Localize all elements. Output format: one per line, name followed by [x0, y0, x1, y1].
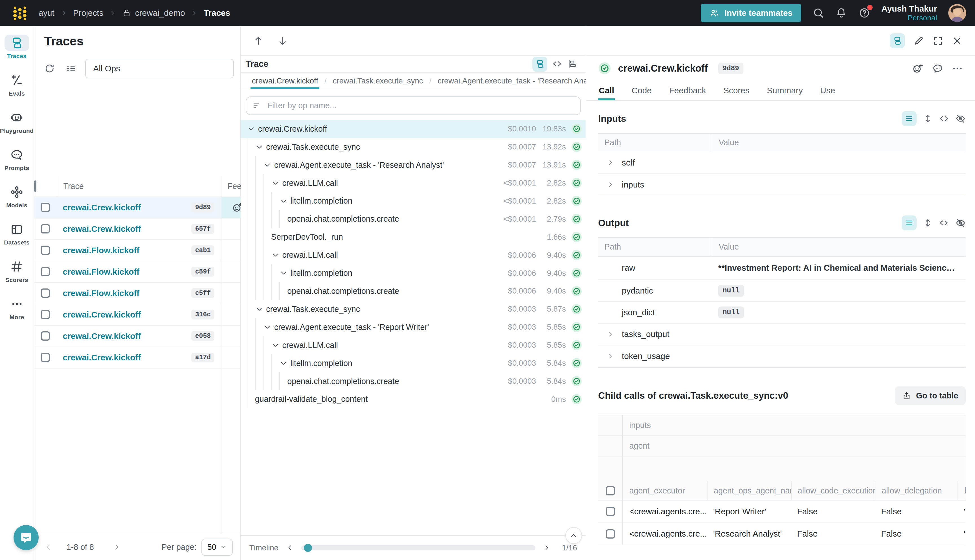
- table-row[interactable]: <crewai.agents.cre... 'Report Writer' Fa…: [598, 500, 966, 523]
- more-menu-icon[interactable]: [952, 63, 963, 74]
- close-icon[interactable]: [952, 35, 962, 46]
- row-checkbox[interactable]: [41, 288, 50, 298]
- next-page-button[interactable]: [110, 540, 124, 554]
- breadcrumb-projects[interactable]: Projects: [73, 8, 103, 18]
- column-header[interactable]: allow_delegation: [875, 481, 958, 500]
- chevron-down-icon[interactable]: [279, 269, 288, 277]
- chevron-down-icon[interactable]: [271, 179, 280, 188]
- row-checkbox[interactable]: [41, 224, 50, 233]
- code-view-icon[interactable]: [939, 218, 949, 228]
- chevron-right-icon[interactable]: [607, 159, 614, 167]
- expand-rows-icon[interactable]: [923, 113, 933, 123]
- wandb-logo-icon[interactable]: [12, 5, 27, 21]
- breadcrumb-project[interactable]: crewai_demo: [122, 8, 185, 18]
- table-row[interactable]: <crewai.agents.cre... 'Research Analyst'…: [598, 523, 966, 545]
- select-all-checkbox[interactable]: [34, 180, 37, 192]
- fullscreen-icon[interactable]: [933, 35, 943, 46]
- row-checkbox[interactable]: [41, 246, 50, 255]
- avatar[interactable]: [948, 4, 966, 22]
- tree-row[interactable]: crewai.LLM.call $0.0006 9.40s: [240, 246, 586, 264]
- code-view-icon[interactable]: [552, 59, 562, 69]
- timeline-slider[interactable]: [301, 545, 536, 550]
- timeline-prev-icon[interactable]: [286, 543, 294, 552]
- tree-view-toggle-icon[interactable]: [890, 33, 905, 48]
- sidebar-item-scorers[interactable]: Scorers: [0, 258, 34, 296]
- column-header[interactable]: agent_ops_agent_nan: [707, 481, 791, 500]
- select-all-checkbox[interactable]: [606, 486, 615, 495]
- chevron-down-icon[interactable]: [271, 251, 280, 259]
- user-info[interactable]: Ayush Thakur Personal: [882, 4, 937, 22]
- path-tab[interactable]: crewai.Agent.execute_task - 'Research An…: [436, 75, 586, 89]
- trace-name-link[interactable]: crewai.Flow.kickoff: [63, 246, 140, 255]
- comment-icon[interactable]: [932, 63, 943, 74]
- tab-code[interactable]: Code: [631, 81, 653, 100]
- table-row[interactable]: crewai.Flow.kickoff c5ff: [34, 283, 240, 304]
- breadcrumb-entity[interactable]: ayut: [38, 8, 55, 18]
- row-checkbox[interactable]: [606, 507, 615, 516]
- tree-row[interactable]: litellm.completion $0.0003 5.84s: [240, 354, 586, 372]
- output-row-json-dict[interactable]: json_dict null: [598, 302, 966, 323]
- op-filter-input[interactable]: [266, 100, 574, 111]
- search-icon[interactable]: [813, 7, 824, 19]
- input-row-inputs[interactable]: inputs: [598, 174, 966, 196]
- row-checkbox[interactable]: [41, 267, 50, 276]
- tree-row[interactable]: litellm.completion <$0.0001 2.82s: [240, 192, 586, 210]
- sidebar-item-models[interactable]: Models: [0, 184, 34, 221]
- input-row-self[interactable]: self: [598, 152, 966, 174]
- chevron-down-icon[interactable]: [279, 197, 288, 205]
- tree-view-icon[interactable]: [533, 57, 547, 72]
- tree-row[interactable]: openai.chat.completions.create <$0.0001 …: [240, 210, 586, 228]
- sidebar-item-evals[interactable]: Evals: [0, 72, 34, 109]
- trace-name-link[interactable]: crewai.Flow.kickoff: [63, 267, 140, 277]
- prev-page-button[interactable]: [42, 540, 55, 554]
- chevron-down-icon[interactable]: [271, 341, 280, 350]
- chevron-down-icon[interactable]: [279, 359, 288, 368]
- table-row[interactable]: crewai.Crew.kickoff 9d89: [34, 197, 240, 218]
- add-emoji-icon[interactable]: [912, 63, 923, 74]
- timeline-slider-handle[interactable]: [304, 544, 312, 552]
- tree-row[interactable]: crewai.LLM.call <$0.0001 2.82s: [240, 174, 586, 192]
- tree-row[interactable]: crewai.Task.execute_sync $0.0007 13.92s: [240, 138, 586, 156]
- chevron-right-icon[interactable]: [607, 330, 614, 338]
- help-icon[interactable]: [858, 7, 870, 19]
- tree-row[interactable]: openai.chat.completions.create $0.0006 9…: [240, 282, 586, 300]
- sidebar-item-playground[interactable]: Playground: [0, 109, 34, 147]
- trace-name-link[interactable]: crewai.Crew.kickoff: [63, 331, 141, 341]
- tab-summary[interactable]: Summary: [766, 81, 803, 100]
- tab-feedback[interactable]: Feedback: [668, 81, 706, 100]
- tree-row[interactable]: litellm.completion $0.0006 9.40s: [240, 264, 586, 282]
- column-header[interactable]: allow_code_execution: [791, 481, 875, 500]
- table-row[interactable]: crewai.Crew.kickoff e058: [34, 326, 240, 347]
- row-checkbox[interactable]: [606, 529, 615, 538]
- next-call-arrow-down-button[interactable]: [276, 34, 289, 47]
- row-checkbox[interactable]: [41, 331, 50, 341]
- column-header[interactable]: b: [958, 481, 966, 500]
- hide-values-eye-off-icon[interactable]: [955, 218, 966, 228]
- tab-call[interactable]: Call: [598, 81, 615, 100]
- sidebar-item-datasets[interactable]: Datasets: [0, 222, 34, 258]
- per-page-select[interactable]: 50: [202, 538, 232, 556]
- path-tab[interactable]: crewai.Crew.kickoff: [250, 75, 319, 89]
- trace-name-link[interactable]: crewai.Flow.kickoff: [63, 288, 140, 298]
- sidebar-item-prompts[interactable]: Prompts: [0, 147, 34, 184]
- output-row-pydantic[interactable]: pydantic null: [598, 280, 966, 302]
- row-checkbox[interactable]: [41, 310, 50, 319]
- code-view-icon[interactable]: [939, 113, 949, 123]
- tab-scores[interactable]: Scores: [723, 81, 750, 100]
- table-row[interactable]: crewai.Flow.kickoff c59f: [34, 262, 240, 283]
- sidebar-item-traces[interactable]: Traces: [0, 35, 34, 72]
- trace-name-link[interactable]: crewai.Crew.kickoff: [63, 353, 141, 362]
- refresh-button[interactable]: [43, 62, 57, 75]
- chevron-down-icon[interactable]: [255, 143, 264, 152]
- tree-row[interactable]: SerperDevTool._run 1.66s: [240, 228, 586, 246]
- trace-name-link[interactable]: crewai.Crew.kickoff: [63, 224, 141, 234]
- ops-filter-dropdown[interactable]: All Ops: [85, 58, 234, 79]
- prev-call-arrow-up-button[interactable]: [252, 34, 265, 47]
- output-row-tasks-output[interactable]: tasks_output: [598, 324, 966, 345]
- go-to-table-button[interactable]: Go to table: [895, 386, 966, 405]
- support-chat-button[interactable]: [13, 525, 38, 550]
- timeline-next-icon[interactable]: [543, 543, 551, 552]
- call-id-badge[interactable]: 9d89: [718, 63, 743, 74]
- trace-name-link[interactable]: crewai.Crew.kickoff: [63, 203, 141, 212]
- row-checkbox[interactable]: [41, 203, 50, 212]
